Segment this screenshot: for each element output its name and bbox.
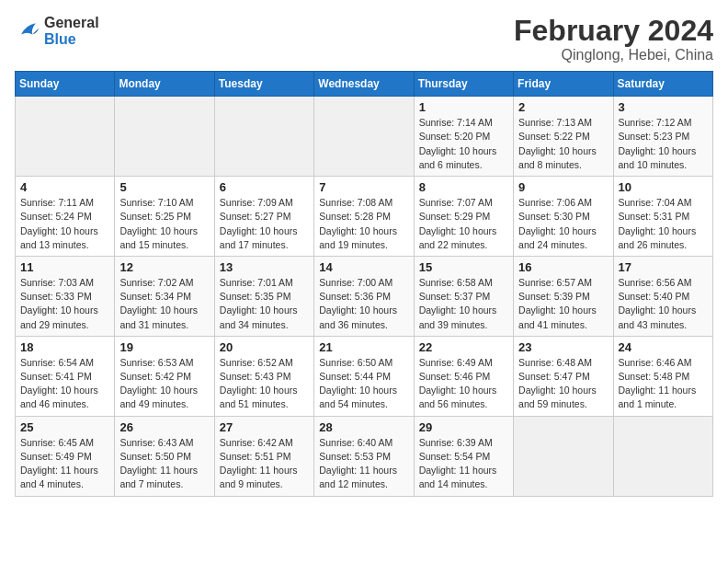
calendar-week-2: 4Sunrise: 7:11 AMSunset: 5:24 PMDaylight…: [16, 177, 713, 257]
day-number: 14: [319, 260, 408, 274]
logo-icon: [15, 18, 40, 44]
day-info: Sunrise: 6:48 AMSunset: 5:47 PMDaylight:…: [518, 356, 608, 412]
calendar-cell: 6Sunrise: 7:09 AMSunset: 5:27 PMDaylight…: [214, 177, 313, 257]
calendar-cell: [314, 97, 414, 177]
day-number: 23: [518, 340, 608, 354]
day-info: Sunrise: 6:53 AMSunset: 5:42 PMDaylight:…: [119, 356, 209, 412]
day-number: 21: [319, 340, 408, 354]
calendar-month-year: February 2024: [514, 15, 713, 47]
calendar-cell: 12Sunrise: 7:02 AMSunset: 5:34 PMDayligh…: [115, 256, 214, 336]
calendar-cell: 15Sunrise: 6:58 AMSunset: 5:37 PMDayligh…: [414, 256, 513, 336]
day-number: 24: [619, 340, 708, 354]
calendar-location: Qinglong, Hebei, China: [514, 47, 713, 63]
calendar-cell: 2Sunrise: 7:13 AMSunset: 5:22 PMDaylight…: [514, 97, 613, 177]
day-info: Sunrise: 6:58 AMSunset: 5:37 PMDaylight:…: [419, 276, 508, 332]
day-info: Sunrise: 6:39 AMSunset: 5:54 PMDaylight:…: [419, 436, 508, 492]
day-info: Sunrise: 7:00 AMSunset: 5:36 PMDaylight:…: [319, 276, 408, 332]
calendar-week-5: 25Sunrise: 6:45 AMSunset: 5:49 PMDayligh…: [16, 416, 713, 496]
calendar-cell: 13Sunrise: 7:01 AMSunset: 5:35 PMDayligh…: [214, 256, 313, 336]
calendar-cell: 23Sunrise: 6:48 AMSunset: 5:47 PMDayligh…: [514, 336, 613, 416]
calendar-cell: [613, 416, 712, 496]
day-number: 20: [220, 340, 309, 354]
day-info: Sunrise: 7:12 AMSunset: 5:23 PMDaylight:…: [619, 116, 708, 172]
day-info: Sunrise: 7:06 AMSunset: 5:30 PMDaylight:…: [518, 196, 608, 252]
weekday-header-monday: Monday: [115, 72, 214, 97]
day-info: Sunrise: 6:43 AMSunset: 5:50 PMDaylight:…: [119, 436, 209, 492]
calendar-cell: 29Sunrise: 6:39 AMSunset: 5:54 PMDayligh…: [414, 416, 513, 496]
day-info: Sunrise: 6:49 AMSunset: 5:46 PMDaylight:…: [419, 356, 508, 412]
day-number: 27: [220, 420, 309, 434]
day-number: 3: [619, 100, 708, 114]
day-info: Sunrise: 7:01 AMSunset: 5:35 PMDaylight:…: [220, 276, 309, 332]
day-info: Sunrise: 7:13 AMSunset: 5:22 PMDaylight:…: [518, 116, 608, 172]
calendar-cell: [214, 97, 313, 177]
day-info: Sunrise: 6:52 AMSunset: 5:43 PMDaylight:…: [220, 356, 309, 412]
calendar-cell: 24Sunrise: 6:46 AMSunset: 5:48 PMDayligh…: [613, 336, 712, 416]
calendar-week-3: 11Sunrise: 7:03 AMSunset: 5:33 PMDayligh…: [16, 256, 713, 336]
day-number: 22: [419, 340, 508, 354]
calendar-cell: 26Sunrise: 6:43 AMSunset: 5:50 PMDayligh…: [115, 416, 214, 496]
logo-text: General Blue: [44, 15, 99, 48]
day-info: Sunrise: 7:08 AMSunset: 5:28 PMDaylight:…: [319, 196, 408, 252]
weekday-header-saturday: Saturday: [613, 72, 712, 97]
day-number: 16: [518, 260, 608, 274]
day-number: 19: [119, 340, 209, 354]
calendar-cell: 28Sunrise: 6:40 AMSunset: 5:53 PMDayligh…: [314, 416, 414, 496]
day-info: Sunrise: 7:11 AMSunset: 5:24 PMDaylight:…: [20, 196, 109, 252]
day-number: 1: [419, 100, 508, 114]
day-info: Sunrise: 6:40 AMSunset: 5:53 PMDaylight:…: [319, 436, 408, 492]
calendar-cell: 14Sunrise: 7:00 AMSunset: 5:36 PMDayligh…: [314, 256, 414, 336]
day-number: 17: [619, 260, 708, 274]
calendar-table: SundayMondayTuesdayWednesdayThursdayFrid…: [15, 71, 713, 496]
calendar-cell: 5Sunrise: 7:10 AMSunset: 5:25 PMDaylight…: [115, 177, 214, 257]
weekday-header-thursday: Thursday: [414, 72, 513, 97]
calendar-cell: 4Sunrise: 7:11 AMSunset: 5:24 PMDaylight…: [16, 177, 115, 257]
weekday-header-row: SundayMondayTuesdayWednesdayThursdayFrid…: [16, 72, 713, 97]
calendar-cell: 22Sunrise: 6:49 AMSunset: 5:46 PMDayligh…: [414, 336, 513, 416]
day-info: Sunrise: 7:09 AMSunset: 5:27 PMDaylight:…: [220, 196, 309, 252]
day-number: 8: [419, 180, 508, 194]
calendar-cell: [16, 97, 115, 177]
day-info: Sunrise: 6:45 AMSunset: 5:49 PMDaylight:…: [20, 436, 109, 492]
calendar-cell: [115, 97, 214, 177]
day-number: 5: [119, 180, 209, 194]
day-number: 29: [419, 420, 508, 434]
day-info: Sunrise: 6:46 AMSunset: 5:48 PMDaylight:…: [619, 356, 708, 412]
calendar-cell: 7Sunrise: 7:08 AMSunset: 5:28 PMDaylight…: [314, 177, 414, 257]
calendar-cell: 1Sunrise: 7:14 AMSunset: 5:20 PMDaylight…: [414, 97, 513, 177]
calendar-week-1: 1Sunrise: 7:14 AMSunset: 5:20 PMDaylight…: [16, 97, 713, 177]
day-info: Sunrise: 7:04 AMSunset: 5:31 PMDaylight:…: [619, 196, 708, 252]
calendar-title-block: February 2024 Qinglong, Hebei, China: [514, 15, 713, 63]
day-info: Sunrise: 7:03 AMSunset: 5:33 PMDaylight:…: [20, 276, 109, 332]
day-info: Sunrise: 7:10 AMSunset: 5:25 PMDaylight:…: [119, 196, 209, 252]
calendar-cell: 27Sunrise: 6:42 AMSunset: 5:51 PMDayligh…: [214, 416, 313, 496]
day-number: 15: [419, 260, 508, 274]
weekday-header-tuesday: Tuesday: [214, 72, 313, 97]
day-number: 26: [119, 420, 209, 434]
day-info: Sunrise: 6:54 AMSunset: 5:41 PMDaylight:…: [20, 356, 109, 412]
day-number: 4: [20, 180, 109, 194]
day-info: Sunrise: 6:42 AMSunset: 5:51 PMDaylight:…: [220, 436, 309, 492]
weekday-header-friday: Friday: [514, 72, 613, 97]
page-header: General Blue February 2024 Qinglong, Heb…: [15, 15, 713, 63]
day-number: 10: [619, 180, 708, 194]
day-number: 28: [319, 420, 408, 434]
weekday-header-wednesday: Wednesday: [314, 72, 414, 97]
calendar-cell: 19Sunrise: 6:53 AMSunset: 5:42 PMDayligh…: [115, 336, 214, 416]
calendar-cell: 20Sunrise: 6:52 AMSunset: 5:43 PMDayligh…: [214, 336, 313, 416]
calendar-cell: 18Sunrise: 6:54 AMSunset: 5:41 PMDayligh…: [16, 336, 115, 416]
calendar-cell: 3Sunrise: 7:12 AMSunset: 5:23 PMDaylight…: [613, 97, 712, 177]
day-number: 6: [220, 180, 309, 194]
day-info: Sunrise: 6:56 AMSunset: 5:40 PMDaylight:…: [619, 276, 708, 332]
calendar-cell: 25Sunrise: 6:45 AMSunset: 5:49 PMDayligh…: [16, 416, 115, 496]
day-info: Sunrise: 6:50 AMSunset: 5:44 PMDaylight:…: [319, 356, 408, 412]
calendar-body: 1Sunrise: 7:14 AMSunset: 5:20 PMDaylight…: [16, 97, 713, 496]
day-number: 25: [20, 420, 109, 434]
calendar-cell: 11Sunrise: 7:03 AMSunset: 5:33 PMDayligh…: [16, 256, 115, 336]
calendar-header: SundayMondayTuesdayWednesdayThursdayFrid…: [16, 72, 713, 97]
logo: General Blue: [15, 15, 99, 48]
day-info: Sunrise: 7:02 AMSunset: 5:34 PMDaylight:…: [119, 276, 209, 332]
day-number: 9: [518, 180, 608, 194]
day-info: Sunrise: 6:57 AMSunset: 5:39 PMDaylight:…: [518, 276, 608, 332]
calendar-cell: [514, 416, 613, 496]
